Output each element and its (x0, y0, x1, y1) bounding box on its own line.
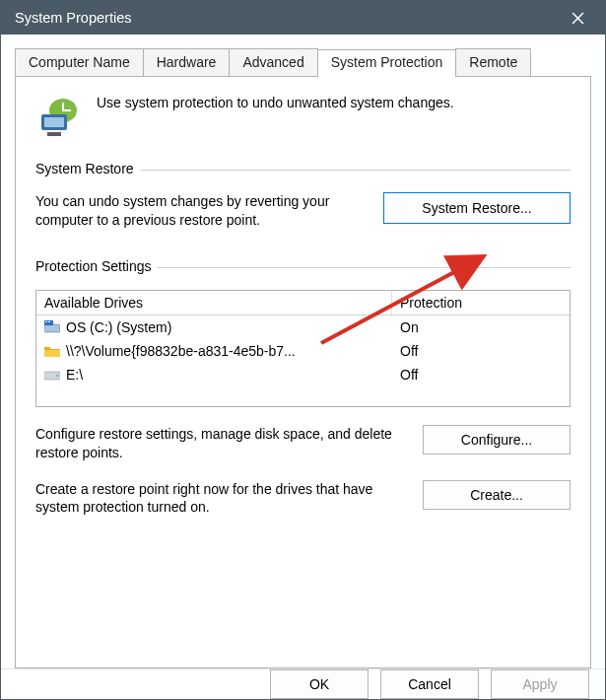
table-header: Available Drives Protection (36, 291, 570, 315)
tab-content: Use system protection to undo unwanted s… (15, 77, 591, 668)
system-restore-button[interactable]: System Restore... (383, 192, 571, 224)
tab-computer-name[interactable]: Computer Name (15, 48, 144, 76)
svg-rect-6 (45, 321, 47, 322)
group-system-restore: System Restore You can undo system chang… (35, 170, 571, 230)
protection-status: Off (392, 341, 570, 361)
tab-hardware[interactable]: Hardware (143, 48, 231, 76)
svg-rect-4 (44, 324, 60, 332)
svg-rect-5 (44, 320, 53, 325)
drive-name: E:\ (66, 367, 83, 383)
intro-row: Use system protection to undo unwanted s… (35, 95, 571, 142)
cancel-button[interactable]: Cancel (380, 669, 479, 699)
disk-os-icon (44, 320, 60, 334)
drive-cell: E:\ (36, 365, 392, 385)
svg-rect-3 (47, 132, 61, 136)
protection-status: Off (392, 365, 570, 385)
col-available-drives[interactable]: Available Drives (36, 291, 392, 315)
disk-icon (44, 368, 60, 382)
titlebar: System Properties (1, 1, 605, 35)
restore-row: You can undo system changes by reverting… (35, 192, 571, 230)
table-body: OS (C:) (System) On \\?\Volume{f98832be-… (36, 315, 570, 406)
system-properties-window: System Properties Computer Name Hardware… (0, 0, 606, 700)
ok-button[interactable]: OK (270, 669, 369, 699)
configure-description: Configure restore settings, manage disk … (35, 425, 409, 462)
table-row[interactable]: OS (C:) (System) On (36, 315, 570, 339)
svg-rect-7 (48, 321, 50, 322)
group-legend-protection: Protection Settings (35, 258, 158, 274)
tab-system-protection[interactable]: System Protection (317, 49, 457, 77)
intro-text: Use system protection to undo unwanted s… (97, 95, 454, 110)
table-row[interactable]: \\?\Volume{f98832be-a831-4e5b-b7... Off (36, 339, 570, 363)
drive-cell: \\?\Volume{f98832be-a831-4e5b-b7... (36, 341, 392, 361)
drive-cell: OS (C:) (System) (36, 317, 392, 337)
dialog-footer: OK Cancel Apply (1, 668, 605, 699)
configure-button[interactable]: Configure... (423, 425, 571, 455)
create-row: Create a restore point right now for the… (35, 480, 571, 518)
protection-status: On (392, 317, 570, 337)
table-padding (36, 386, 570, 406)
tab-strip: Computer Name Hardware Advanced System P… (15, 48, 591, 77)
close-icon (572, 12, 584, 25)
tab-advanced[interactable]: Advanced (229, 48, 317, 76)
drives-table: Available Drives Protection OS (C:) (Sys… (35, 290, 571, 407)
drive-name: OS (C:) (System) (66, 319, 171, 335)
apply-button: Apply (491, 669, 589, 699)
svg-rect-2 (44, 117, 64, 127)
col-protection[interactable]: Protection (392, 291, 570, 315)
group-protection-settings: Protection Settings Available Drives Pro… (35, 267, 571, 518)
configure-row: Configure restore settings, manage disk … (35, 425, 571, 462)
tab-remote[interactable]: Remote (455, 48, 531, 76)
svg-point-9 (56, 375, 58, 377)
group-legend-restore: System Restore (35, 161, 140, 176)
restore-description: You can undo system changes by reverting… (35, 192, 370, 230)
window-title: System Properties (15, 10, 131, 26)
system-protection-icon (35, 95, 83, 142)
create-button[interactable]: Create... (423, 480, 571, 510)
close-button[interactable] (558, 1, 597, 35)
folder-icon (44, 344, 60, 358)
table-row[interactable]: E:\ Off (36, 363, 570, 386)
dialog-body: Computer Name Hardware Advanced System P… (1, 35, 605, 668)
create-description: Create a restore point right now for the… (35, 480, 409, 518)
drive-name: \\?\Volume{f98832be-a831-4e5b-b7... (66, 343, 296, 359)
